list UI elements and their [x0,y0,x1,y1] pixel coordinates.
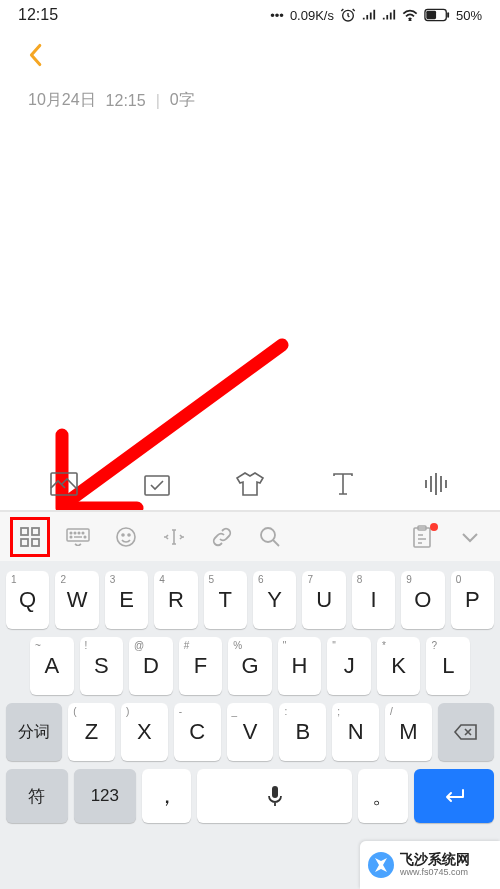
key-X[interactable]: )X [121,703,168,761]
key-L[interactable]: ?L [426,637,470,695]
svg-point-13 [74,532,76,534]
grid-menu-icon[interactable] [10,517,50,557]
signal-icon-1 [362,9,376,21]
key-H[interactable]: "H [278,637,322,695]
svg-rect-10 [32,539,39,546]
net-speed: 0.09K/s [290,8,334,23]
soft-keyboard: 1Q2W3E4R5T6Y7U8I9O0P ~A!S@D#F%G"H"J*K?L … [0,561,500,889]
key-A[interactable]: ~A [30,637,74,695]
back-button[interactable] [20,40,50,70]
format-toolbar [0,457,500,511]
clipboard-icon[interactable] [402,517,442,557]
note-time: 12:15 [106,92,146,110]
word-count: 0字 [170,90,195,111]
segment-key[interactable]: 分词 [6,703,62,761]
alarm-icon [340,7,356,23]
shirt-icon[interactable] [234,468,266,500]
header [0,30,500,80]
checklist-icon[interactable] [141,468,173,500]
svg-rect-9 [21,539,28,546]
key-W[interactable]: 2W [55,571,98,629]
search-icon[interactable] [250,517,290,557]
keyboard-switch-icon[interactable] [58,517,98,557]
key-G[interactable]: %G [228,637,272,695]
wifi-icon [402,9,418,21]
insert-image-icon[interactable] [48,468,80,500]
svg-rect-11 [67,529,89,541]
status-right: ••• 0.09K/s 50% [270,7,482,23]
svg-rect-4 [447,12,449,18]
keyboard-row-3: 分词 (Z)X-C_V:B;N/M [0,703,500,761]
key-D[interactable]: @D [129,637,173,695]
key-K[interactable]: *K [377,637,421,695]
key-C[interactable]: -C [174,703,221,761]
svg-rect-3 [426,11,436,19]
svg-rect-6 [145,476,169,495]
status-bar: 12:15 ••• 0.09K/s 50% [0,0,500,30]
space-key[interactable] [197,769,352,823]
key-N[interactable]: ;N [332,703,379,761]
key-M[interactable]: /M [385,703,432,761]
key-Y[interactable]: 6Y [253,571,296,629]
svg-point-18 [117,528,135,546]
key-Q[interactable]: 1Q [6,571,49,629]
key-I[interactable]: 8I [352,571,395,629]
key-V[interactable]: _V [227,703,274,761]
toolbar-spacer [298,517,394,557]
svg-rect-24 [272,786,278,798]
keyboard-row-1: 1Q2W3E4R5T6Y7U8I9O0P [0,571,500,629]
key-R[interactable]: 4R [154,571,197,629]
key-F[interactable]: #F [179,637,223,695]
key-J[interactable]: "J [327,637,371,695]
svg-point-15 [82,532,84,534]
key-U[interactable]: 7U [302,571,345,629]
note-meta: 10月24日 12:15 | 0字 [0,80,500,121]
svg-rect-7 [21,528,28,535]
meta-divider: | [156,92,160,110]
period-key[interactable]: 。 [358,769,408,823]
key-T[interactable]: 5T [204,571,247,629]
svg-point-19 [122,534,124,536]
svg-point-21 [261,528,275,542]
notification-dot [430,523,438,531]
comma-key[interactable]: ， [142,769,192,823]
collapse-keyboard-icon[interactable] [450,517,490,557]
svg-point-17 [84,536,86,538]
cursor-move-icon[interactable] [154,517,194,557]
link-icon[interactable] [202,517,242,557]
text-format-icon[interactable] [327,468,359,500]
key-P[interactable]: 0P [451,571,494,629]
voice-input-icon[interactable] [420,468,452,500]
svg-rect-22 [414,528,430,547]
signal-icon-2 [382,9,396,21]
keyboard-row-4: 符 123 ， 。 [0,769,500,823]
svg-point-1 [409,20,410,21]
symbol-key[interactable]: 符 [6,769,68,823]
watermark-url: www.fs0745.com [400,868,470,878]
battery-icon [424,8,450,22]
svg-rect-8 [32,528,39,535]
key-E[interactable]: 3E [105,571,148,629]
input-toolbar [0,511,500,561]
svg-point-20 [128,534,130,536]
enter-key[interactable] [414,769,494,823]
key-B[interactable]: :B [279,703,326,761]
watermark-logo-icon [368,852,394,878]
key-O[interactable]: 9O [401,571,444,629]
numeric-key[interactable]: 123 [74,769,136,823]
key-Z[interactable]: (Z [68,703,115,761]
battery-percent: 50% [456,8,482,23]
key-S[interactable]: !S [80,637,124,695]
keyboard-row-2: ~A!S@D#F%G"H"J*K?L [0,637,500,695]
svg-point-12 [70,532,72,534]
watermark-title: 飞沙系统网 [400,852,470,867]
svg-point-14 [78,532,80,534]
note-date: 10月24日 [28,90,96,111]
backspace-key[interactable] [438,703,494,761]
status-time: 12:15 [18,6,58,24]
more-icon: ••• [270,8,284,23]
watermark: 飞沙系统网 www.fs0745.com [360,841,500,889]
svg-point-16 [70,536,72,538]
emoji-icon[interactable] [106,517,146,557]
